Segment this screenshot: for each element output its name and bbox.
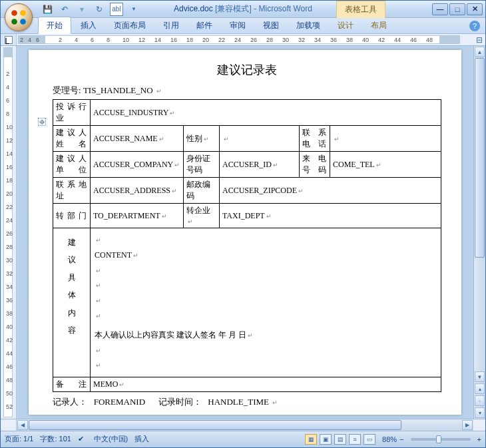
proofing-icon[interactable]: ✔	[78, 435, 87, 444]
cell-label[interactable]: 建议人姓名	[53, 126, 91, 152]
scroll-down-button[interactable]: ▼	[475, 371, 485, 382]
cell-label[interactable]: 身份证号码	[184, 152, 220, 178]
full-screen-view-button[interactable]: ▣	[320, 434, 332, 445]
table-row: 建议人单位ACCUSER_COMPANY身份证号码ACCUSER_ID来电号码C…	[53, 152, 441, 178]
horizontal-scrollbar[interactable]: ◀ ▶	[17, 419, 473, 431]
document-title: 建议记录表	[53, 62, 441, 78]
draft-view-button[interactable]: ▭	[364, 434, 375, 445]
table-row: 建议具体内容 CONTENT 本人确认以上内容真实 建议人签名 年 月 日	[53, 228, 441, 377]
form-table[interactable]: 投诉行业ACCUSE_INDUSTRY 建议人姓名ACCUSER_NAME性别联…	[53, 99, 441, 392]
tab-references[interactable]: 引用	[155, 17, 187, 33]
cell-value[interactable]: TAXI_DEPT	[220, 204, 441, 228]
accept-value: TIS_HANDLE_NO	[83, 85, 153, 95]
accept-number-line: 受理号: TIS_HANDLE_NO	[53, 85, 441, 97]
print-layout-view-button[interactable]: ▦	[305, 434, 317, 445]
tab-insert[interactable]: 插入	[73, 17, 105, 33]
maximize-button[interactable]: □	[449, 3, 465, 15]
cell-value[interactable]	[220, 126, 300, 152]
table-row: 投诉行业ACCUSE_INDUSTRY	[53, 100, 441, 126]
outline-view-button[interactable]: ≡	[349, 434, 361, 445]
cell-value[interactable]: ACCUSER_ADDRESS	[91, 178, 184, 204]
help-button[interactable]: ?	[469, 21, 480, 31]
quick-access-toolbar: 💾 ↶ ▾ ↻ abl ▼	[41, 3, 140, 16]
tab-page-layout[interactable]: 页面布局	[106, 17, 154, 33]
browse-object-button[interactable]: ◦	[475, 395, 485, 406]
cell-value[interactable]: MEMO	[91, 377, 441, 392]
hscroll-track[interactable]	[29, 420, 461, 430]
status-mode[interactable]: 插入	[134, 434, 149, 444]
zoom-slider[interactable]	[411, 438, 471, 441]
tab-review[interactable]: 审阅	[222, 17, 254, 33]
prev-page-button[interactable]: ▴	[475, 383, 485, 394]
qat-dropdown-icon[interactable]: ▼	[127, 3, 140, 16]
textbox-icon[interactable]: abl	[110, 3, 123, 16]
svg-point-3	[20, 19, 26, 25]
cell-label[interactable]: 转部门	[53, 204, 91, 228]
minimize-button[interactable]: —	[432, 3, 448, 15]
cell-value[interactable]: ACCUSER_COMPANY	[91, 152, 184, 178]
vscroll-thumb[interactable]	[475, 58, 485, 258]
tab-design[interactable]: 设计	[330, 17, 362, 33]
svg-point-0	[11, 10, 17, 16]
scroll-up-button[interactable]: ▲	[475, 47, 485, 57]
zoom-out-button[interactable]: −	[399, 435, 403, 443]
hscroll-thumb[interactable]	[29, 420, 401, 430]
cell-value[interactable]: ACCUSER_ID	[220, 152, 300, 178]
cell-label[interactable]: 邮政编码	[184, 178, 220, 204]
cell-value[interactable]: ACCUSE_INDUSTRY	[91, 100, 441, 126]
tab-view[interactable]: 视图	[255, 17, 287, 33]
cell-label[interactable]: 性别	[184, 126, 220, 152]
cell-value[interactable]: COME_TEL	[330, 152, 441, 178]
cell-label[interactable]: 来电号码	[300, 152, 330, 178]
svg-point-2	[11, 19, 17, 25]
scroll-left-button[interactable]: ◀	[17, 420, 28, 430]
cell-label[interactable]: 建议人单位	[53, 152, 91, 178]
cell-label[interactable]: 转企业	[184, 204, 220, 228]
tab-addins[interactable]: 加载项	[288, 17, 328, 33]
cell-label[interactable]: 建议具体内容	[53, 228, 91, 377]
status-language[interactable]: 中文(中国)	[94, 434, 128, 444]
table-anchor-icon[interactable]: ✥	[38, 118, 46, 126]
close-button[interactable]: ✕	[467, 3, 483, 15]
redo-icon[interactable]: ↻	[93, 3, 106, 16]
document-page[interactable]: 建议记录表 受理号: TIS_HANDLE_NO ✥ 投诉行业ACCUSE_IN…	[29, 50, 461, 415]
zoom-slider-thumb[interactable]	[436, 435, 441, 443]
recorder-label: 记录人：	[53, 397, 87, 407]
tab-home[interactable]: 开始	[38, 17, 71, 34]
vertical-scrollbar[interactable]: ▲ ▼ ▴ ◦ ▾	[473, 46, 485, 419]
next-page-button[interactable]: ▾	[475, 407, 485, 418]
tab-layout[interactable]: 布局	[363, 17, 395, 33]
cell-value[interactable]: ACCUSER_NAME	[91, 126, 184, 152]
cell-content[interactable]: CONTENT 本人确认以上内容真实 建议人签名 年 月 日	[91, 228, 441, 377]
cell-label[interactable]: 备注	[53, 377, 91, 392]
horizontal-ruler[interactable]: 2462468101214161820222426283032343638404…	[18, 35, 460, 44]
document-viewport[interactable]: 建议记录表 受理号: TIS_HANDLE_NO ✥ 投诉行业ACCUSE_IN…	[17, 46, 473, 419]
zoom-in-button[interactable]: +	[477, 435, 481, 443]
vertical-ruler[interactable]: 2468101214161820222426283032343638404244…	[3, 47, 13, 417]
title-bar: 💾 ↶ ▾ ↻ abl ▼ Advice.doc [兼容模式] - Micros…	[1, 1, 485, 18]
status-words[interactable]: 字数: 101	[40, 434, 71, 444]
cell-value[interactable]	[330, 126, 441, 152]
ruler-toggle[interactable]: ⊟	[473, 34, 485, 45]
vscroll-track[interactable]	[475, 58, 485, 371]
tab-selector[interactable]: L	[1, 34, 17, 45]
svg-point-1	[20, 10, 26, 16]
cell-value[interactable]: TO_DEPARTMENT	[91, 204, 184, 228]
web-layout-view-button[interactable]: ▤	[334, 434, 346, 445]
save-icon[interactable]: 💾	[41, 3, 54, 16]
table-row: 联系地址ACCUSER_ADDRESS邮政编码ACCUSER_ZIPCODE	[53, 178, 441, 204]
cell-value[interactable]: ACCUSER_ZIPCODE	[220, 178, 441, 204]
recorder-value: FOREMANID	[94, 397, 145, 407]
app-name: Microsoft Word	[258, 4, 312, 13]
cell-label[interactable]: 联系地址	[53, 178, 91, 204]
cell-label[interactable]: 投诉行业	[53, 100, 91, 126]
zoom-level[interactable]: 88%	[382, 435, 397, 443]
scroll-right-button[interactable]: ▶	[462, 420, 473, 430]
tab-mailings[interactable]: 邮件	[188, 17, 220, 33]
vertical-ruler-column: 2468101214161820222426283032343638404244…	[1, 46, 17, 419]
undo-icon[interactable]: ↶	[58, 3, 71, 16]
status-page[interactable]: 页面: 1/1	[5, 434, 33, 444]
qat-separator: ▾	[75, 3, 89, 16]
office-button[interactable]	[5, 3, 33, 31]
cell-label[interactable]: 联系电话	[300, 126, 330, 152]
